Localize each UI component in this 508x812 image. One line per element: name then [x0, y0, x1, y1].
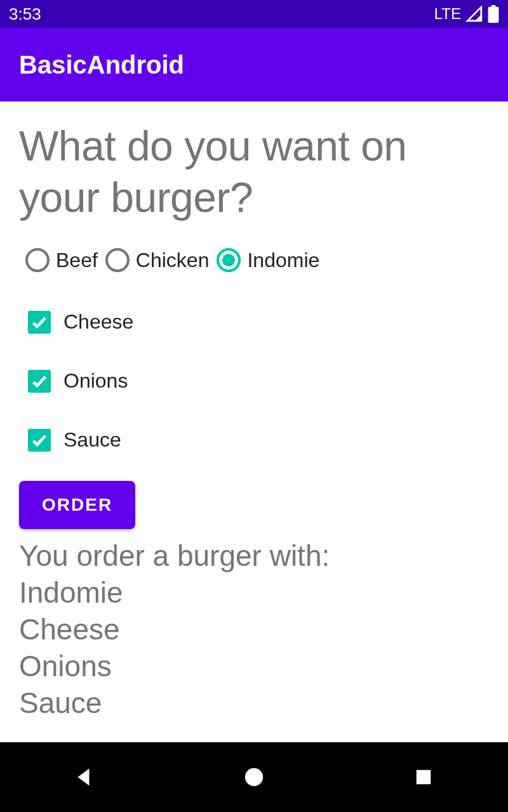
check-icon	[30, 372, 48, 390]
check-icon	[30, 431, 48, 449]
status-bar: 3:53 LTE	[0, 0, 508, 28]
signal-icon	[465, 6, 484, 22]
battery-icon	[488, 5, 499, 23]
radio-label: Beef	[56, 249, 98, 272]
nav-home-button[interactable]	[235, 758, 273, 796]
square-recent-icon	[414, 768, 433, 787]
summary-item: Sauce	[19, 685, 489, 722]
nav-back-button[interactable]	[65, 758, 104, 796]
radio-label: Chicken	[136, 249, 210, 272]
svg-rect-0	[488, 7, 499, 23]
app-title: BasicAndroid	[19, 51, 184, 79]
checkbox-onions[interactable]: Onions	[28, 369, 489, 393]
status-network-label: LTE	[434, 5, 461, 23]
checkbox-sauce[interactable]: Sauce	[28, 428, 489, 452]
svg-point-2	[245, 768, 263, 786]
status-time: 3:53	[9, 4, 41, 24]
main-content: What do you want on your burger? Beef Ch…	[0, 102, 508, 722]
summary-item: Onions	[19, 648, 489, 685]
radio-circle-icon	[105, 248, 130, 272]
question-heading: What do you want on your burger?	[19, 121, 489, 223]
radio-label: Indomie	[247, 249, 319, 272]
check-icon	[30, 313, 48, 331]
toppings-checkbox-group: Cheese Onions Sauce	[28, 310, 489, 452]
navigation-bar	[0, 742, 508, 812]
circle-home-icon	[243, 766, 265, 788]
app-bar: BasicAndroid	[0, 28, 508, 102]
summary-heading: You order a burger with:	[19, 538, 489, 575]
radio-circle-icon	[217, 248, 241, 272]
triangle-back-icon	[73, 766, 96, 789]
checkbox-cheese[interactable]: Cheese	[28, 310, 489, 334]
checkbox-label: Cheese	[64, 310, 133, 334]
meat-radio-group: Beef Chicken Indomie	[25, 248, 489, 272]
radio-circle-icon	[25, 248, 50, 272]
summary-item: Cheese	[19, 612, 489, 648]
radio-chicken[interactable]: Chicken	[105, 248, 210, 272]
nav-recent-button[interactable]	[404, 758, 443, 796]
checkbox-box-icon	[28, 311, 51, 334]
radio-indomie[interactable]: Indomie	[217, 248, 319, 272]
order-summary: You order a burger with: Indomie Cheese …	[19, 538, 489, 722]
checkbox-label: Sauce	[64, 428, 121, 452]
checkbox-box-icon	[28, 370, 51, 393]
svg-rect-3	[416, 770, 431, 785]
radio-beef[interactable]: Beef	[25, 248, 98, 272]
checkbox-box-icon	[28, 429, 51, 452]
status-right: LTE	[434, 5, 499, 23]
order-button[interactable]: ORDER	[19, 481, 135, 529]
summary-item: Indomie	[19, 575, 489, 612]
checkbox-label: Onions	[64, 369, 128, 393]
svg-rect-1	[491, 5, 496, 8]
